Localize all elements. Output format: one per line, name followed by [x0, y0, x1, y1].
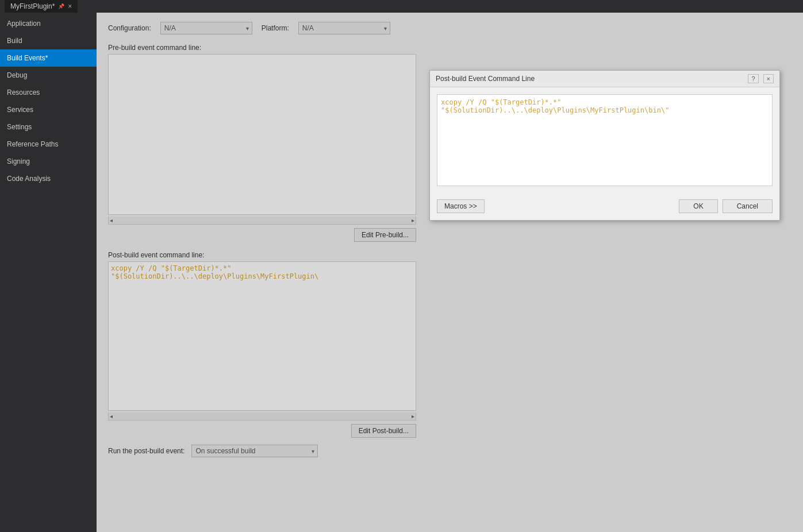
- modal-titlebar: Post-build Event Command Line ? ×: [430, 71, 779, 87]
- sidebar-item-resources[interactable]: Resources: [0, 84, 97, 101]
- sidebar-item-build[interactable]: Build: [0, 32, 97, 49]
- title-bar: MyFirstPlugin* 📌 ×: [0, 0, 803, 13]
- modal-overlay: Post-build Event Command Line ? × Macros…: [97, 13, 803, 532]
- modal-close-button[interactable]: ×: [763, 74, 774, 83]
- sidebar-item-debug[interactable]: Debug: [0, 67, 97, 84]
- modal-command-textarea[interactable]: [437, 94, 773, 186]
- sidebar-item-reference-paths[interactable]: Reference Paths: [0, 136, 97, 153]
- main-layout: Application Build Build Events* Debug Re…: [0, 13, 803, 532]
- sidebar-item-code-analysis[interactable]: Code Analysis: [0, 170, 97, 187]
- sidebar-item-application[interactable]: Application: [0, 15, 97, 32]
- sidebar-item-settings[interactable]: Settings: [0, 118, 97, 136]
- sidebar-item-build-events[interactable]: Build Events*: [0, 49, 97, 67]
- modal-dialog: Post-build Event Command Line ? × Macros…: [429, 70, 780, 221]
- modal-title: Post-build Event Command Line: [436, 75, 535, 83]
- sidebar: Application Build Build Events* Debug Re…: [0, 13, 97, 532]
- pin-icon[interactable]: 📌: [58, 3, 64, 9]
- sidebar-item-services[interactable]: Services: [0, 101, 97, 118]
- macros-button[interactable]: Macros >>: [437, 199, 485, 213]
- modal-ok-button[interactable]: OK: [679, 199, 717, 213]
- modal-help-button[interactable]: ?: [748, 74, 758, 83]
- modal-content: [430, 87, 779, 195]
- modal-titlebar-buttons: ? ×: [748, 74, 774, 83]
- modal-actions: Macros >> OK Cancel: [430, 195, 779, 220]
- close-icon[interactable]: ×: [68, 2, 72, 10]
- modal-cancel-button[interactable]: Cancel: [723, 199, 773, 213]
- document-tab[interactable]: MyFirstPlugin* 📌 ×: [5, 0, 78, 13]
- sidebar-item-signing[interactable]: Signing: [0, 153, 97, 170]
- tab-label: MyFirstPlugin*: [10, 2, 55, 10]
- content-area: Configuration: N/A Platform: N/A Pre-bui…: [97, 13, 803, 532]
